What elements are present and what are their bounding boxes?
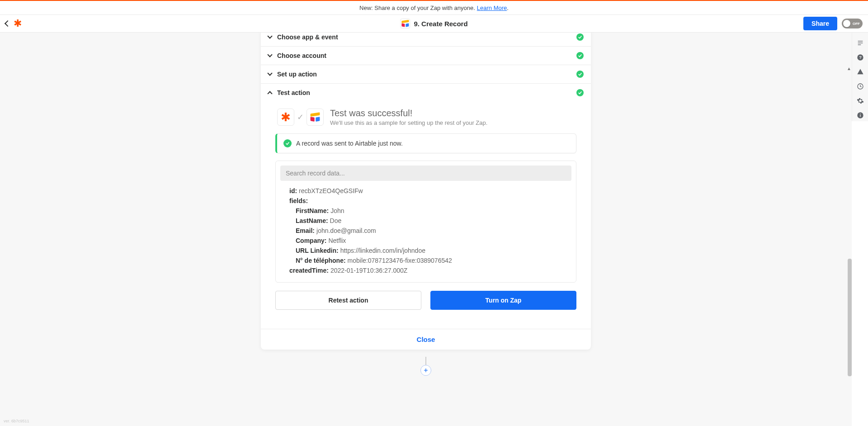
step-card: Choose app & event Choose account Set up… (261, 33, 591, 350)
gear-icon[interactable] (854, 95, 866, 107)
retest-action-button[interactable]: Retest action (275, 291, 421, 310)
field-val: john.doe@gmail.com (316, 227, 376, 234)
toggle-knob (843, 20, 850, 27)
section-title: Set up action (277, 71, 571, 78)
airtable-icon (307, 109, 324, 126)
section-test-action[interactable]: Test action (261, 84, 591, 102)
page-title-text: 9. Create Record (414, 20, 467, 28)
zapier-icon: ✱ (277, 109, 294, 126)
field-val: https://linkedin.com/in/johndoe (340, 247, 425, 254)
add-step-button[interactable]: + (420, 365, 431, 376)
success-banner-text: A record was sent to Airtable just now. (296, 140, 403, 147)
field-key: createdTime: (289, 267, 329, 274)
banner-learn-more-link[interactable]: Learn More (477, 5, 507, 11)
scroll-up-icon[interactable]: ▲ (847, 66, 851, 71)
section-choose-account[interactable]: Choose account (261, 47, 591, 65)
connector-line (425, 357, 426, 365)
field-val: Netflix (328, 237, 346, 244)
page-title: 9. Create Record (400, 19, 467, 28)
test-success-subheading: We'll use this as a sample for setting u… (330, 119, 487, 126)
record-data-box: Search record data... id:recbXTzEO4QeGSI… (275, 161, 576, 283)
topbar: ✱ 9. Create Record Share OFF (0, 15, 868, 33)
success-check-icon (576, 52, 584, 59)
field-val: 2022-01-19T10:36:27.000Z (330, 267, 407, 274)
success-check-icon (283, 139, 292, 147)
zapier-logo-icon: ✱ (14, 18, 22, 29)
toggle-label: OFF (853, 22, 860, 26)
airtable-icon (400, 19, 410, 28)
field-key: id: (289, 187, 297, 194)
test-header: ✱ ✓ Test was successful! We'll use this … (268, 102, 584, 133)
field-val: recbXTzEO4QeGSIFw (299, 187, 363, 194)
share-button[interactable]: Share (803, 17, 837, 30)
field-key: Email: (296, 227, 315, 234)
info-icon[interactable] (854, 109, 866, 121)
scrollbar-thumb[interactable] (848, 259, 852, 376)
zap-enable-toggle[interactable]: OFF (842, 19, 863, 28)
chevron-down-icon (267, 52, 272, 57)
field-key: fields: (289, 197, 308, 204)
chevron-down-icon (267, 71, 272, 76)
chevron-left-icon (5, 20, 11, 27)
section-title: Choose account (277, 52, 571, 59)
section-choose-app[interactable]: Choose app & event (261, 33, 591, 47)
warning-icon[interactable] (854, 66, 866, 78)
search-record-input[interactable]: Search record data... (280, 166, 571, 181)
test-success-heading: Test was successful! (330, 108, 487, 118)
field-key: LastName: (296, 217, 328, 224)
success-check-icon (576, 33, 584, 41)
field-val: mobile:0787123476-fixe:0389076542 (348, 257, 452, 264)
turn-on-zap-button[interactable]: Turn on Zap (430, 291, 576, 310)
success-check-icon (576, 71, 584, 78)
record-data-list: id:recbXTzEO4QeGSIFw fields: FirstName:J… (280, 186, 571, 278)
svg-rect-7 (860, 115, 860, 117)
right-sidebar: ? (852, 33, 868, 121)
chevron-up-icon (267, 91, 272, 96)
success-check-icon (576, 89, 584, 96)
promo-banner: New: Share a copy of your Zap with anyon… (0, 0, 868, 15)
help-icon[interactable]: ? (854, 52, 866, 63)
field-key: URL Linkedin: (296, 247, 339, 254)
svg-rect-8 (860, 114, 860, 114)
svg-text:?: ? (859, 55, 862, 60)
arrow-check-icon: ✓ (297, 112, 304, 122)
step-connector: + (261, 357, 591, 376)
section-title: Test action (277, 89, 571, 96)
close-button[interactable]: Close (261, 329, 591, 350)
test-action-body: ✱ ✓ Test was successful! We'll use this … (261, 102, 591, 321)
field-val: Doe (330, 217, 342, 224)
field-key: FirstName: (296, 207, 329, 214)
section-title: Choose app & event (277, 33, 571, 41)
outline-icon[interactable] (854, 37, 866, 49)
field-key: Company: (296, 237, 326, 244)
field-key: N° de téléphone: (296, 257, 346, 264)
version-label: ver. 6b7c9511 (4, 419, 29, 423)
section-setup-action[interactable]: Set up action (261, 65, 591, 84)
back-button[interactable]: ✱ (5, 18, 22, 29)
workspace-canvas: Choose app & event Choose account Set up… (0, 33, 852, 426)
action-buttons-row: Retest action Turn on Zap (268, 283, 584, 312)
chevron-down-icon (267, 33, 272, 38)
banner-text: New: Share a copy of your Zap with anyon… (359, 5, 475, 11)
success-banner: A record was sent to Airtable just now. (275, 133, 576, 153)
history-icon[interactable] (854, 80, 866, 92)
field-val: John (330, 207, 344, 214)
